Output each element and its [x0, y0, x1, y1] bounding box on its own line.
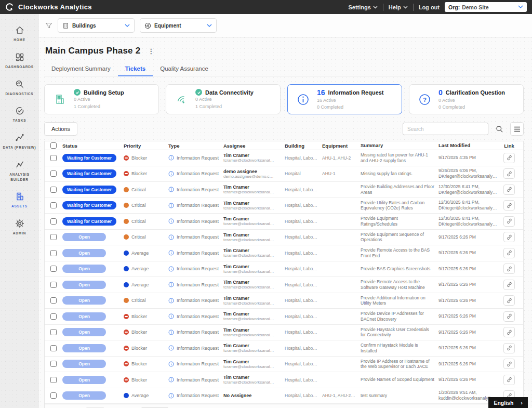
- column-header-status[interactable]: Status: [60, 143, 122, 149]
- row-checkbox[interactable]: [50, 218, 57, 225]
- sidebar-item-assets[interactable]: ASSETS: [0, 187, 39, 214]
- table-row[interactable]: Open Critical Information Request Tim Cr…: [45, 293, 523, 309]
- row-checkbox[interactable]: [50, 234, 57, 240]
- tab-quality-assurance[interactable]: Quality Assurance: [153, 62, 216, 76]
- link-button[interactable]: [503, 343, 515, 353]
- top-bar: Clockworks Analytics Settings Help Log o…: [0, 0, 532, 14]
- logout-button[interactable]: Log out: [419, 4, 440, 10]
- row-checkbox[interactable]: [50, 361, 57, 367]
- link-button[interactable]: [503, 375, 515, 385]
- table-row[interactable]: Open Average Information Request Tim Cra…: [45, 245, 523, 261]
- assignee-email: tcramer@clockworksanal…: [223, 253, 281, 258]
- link-button[interactable]: [503, 327, 515, 337]
- column-header-assignee[interactable]: Assignee: [221, 143, 283, 149]
- row-checkbox[interactable]: [50, 202, 57, 208]
- column-header-building[interactable]: Building: [283, 143, 320, 149]
- row-checkbox[interactable]: [50, 313, 57, 320]
- row-checkbox[interactable]: [50, 266, 57, 272]
- link-button[interactable]: [503, 168, 515, 179]
- language-selector[interactable]: English ›: [488, 397, 528, 408]
- sidebar-item-tasks[interactable]: TASKS: [0, 101, 39, 128]
- table-row[interactable]: Open Blocker Information Request Tim Cra…: [45, 357, 523, 373]
- buildings-filter[interactable]: Buildings: [58, 18, 135, 33]
- link-button[interactable]: [503, 185, 515, 195]
- select-all-checkbox[interactable]: [50, 142, 57, 149]
- table-row[interactable]: Waiting for Customer Critical Informatio…: [45, 182, 523, 198]
- row-checkbox[interactable]: [50, 170, 57, 177]
- table-row[interactable]: Open Blocker Information Request Tim Cra…: [45, 340, 523, 357]
- sidebar-item-data-preview[interactable]: DATA (PREVIEW): [0, 128, 39, 155]
- help-menu[interactable]: Help: [389, 4, 408, 10]
- link-button[interactable]: [503, 200, 515, 210]
- sidebar-item-admin[interactable]: ADMIN: [0, 214, 39, 241]
- link-button[interactable]: [503, 311, 515, 322]
- kebab-menu-icon[interactable]: ⋮: [145, 47, 156, 55]
- table-row[interactable]: Waiting for Customer Blocker Information…: [45, 150, 523, 166]
- card-title: Building Setup: [84, 89, 124, 96]
- link-button[interactable]: [503, 359, 515, 369]
- check-badge-icon: [74, 89, 81, 96]
- link-button[interactable]: [503, 216, 515, 227]
- link-button[interactable]: [503, 153, 515, 163]
- row-checkbox[interactable]: [50, 345, 57, 351]
- card-information-request[interactable]: 16 Information Request 16 Active 0 Compl…: [287, 84, 402, 114]
- search-button[interactable]: [493, 122, 506, 136]
- sidebar-item-home[interactable]: HOME: [0, 20, 39, 47]
- link-button[interactable]: [503, 264, 515, 274]
- column-header-last-modified[interactable]: Last Modified: [436, 142, 499, 149]
- column-menu-button[interactable]: [510, 122, 524, 136]
- link-button[interactable]: [503, 248, 515, 258]
- card-building-setup[interactable]: Building Setup 0 Active 1 Completed: [44, 84, 159, 114]
- table-row[interactable]: Open Critical Information Request Tim Cr…: [45, 230, 523, 246]
- sidebar-item-diagnostics[interactable]: DIAGNOSTICS: [0, 74, 39, 101]
- tab-tickets[interactable]: Tickets: [118, 62, 153, 76]
- sidebar-item-dashboards[interactable]: DASHBOARDS: [0, 47, 39, 74]
- table-row[interactable]: Open Average Information Request Tim Cra…: [45, 277, 523, 293]
- link-button[interactable]: [503, 232, 515, 242]
- status-badge: Open: [62, 281, 106, 289]
- sidebar: HOME DASHBOARDS DIAGNOSTICS TASKS DATA (…: [0, 14, 39, 408]
- card-clarification-question[interactable]: ? 0 Clarification Question 0 Active 0 Co…: [409, 84, 524, 114]
- org-select[interactable]: Org: Demo Site: [445, 2, 527, 12]
- column-header-link[interactable]: Link: [499, 143, 520, 149]
- row-checkbox[interactable]: [50, 392, 57, 399]
- summary-cell: Provide Equipment Ratings/Schedules: [358, 216, 436, 227]
- table-row[interactable]: Open Blocker Information Request Tim Cra…: [45, 309, 523, 325]
- column-header-equipment[interactable]: Equipment: [320, 143, 358, 149]
- summary-cell: Provide BAS Graphics Screenshots: [358, 266, 436, 272]
- row-checkbox[interactable]: [50, 250, 57, 256]
- table-row[interactable]: Waiting for Customer Critical Informatio…: [45, 214, 523, 230]
- table-row[interactable]: Open Average Information Request Tim Cra…: [45, 261, 523, 278]
- row-checkbox[interactable]: [50, 377, 57, 383]
- tab-deployment-summary[interactable]: Deployment Summary: [44, 62, 118, 76]
- priority-icon: [124, 251, 129, 256]
- row-checkbox[interactable]: [50, 187, 57, 193]
- row-checkbox[interactable]: [50, 329, 57, 335]
- table-row[interactable]: Open Blocker Information Request Tim Cra…: [45, 372, 523, 388]
- link-button[interactable]: [503, 295, 515, 306]
- summary-cell: Provide Haystack User Credentials for Co…: [358, 327, 436, 338]
- type-label: Information Request: [177, 219, 219, 224]
- column-header-type[interactable]: Type: [166, 143, 221, 149]
- link-button[interactable]: [503, 280, 515, 290]
- column-header-summary[interactable]: Summary: [358, 142, 436, 149]
- actions-button[interactable]: Actions: [44, 122, 77, 136]
- row-checkbox[interactable]: [50, 297, 57, 304]
- search-input[interactable]: [403, 123, 488, 135]
- equipment-cell: AHU-1, AHU-2: [320, 155, 358, 161]
- sidebar-item-analysis-builder[interactable]: ANALYSIS BUILDER: [0, 155, 39, 187]
- equipment-filter[interactable]: Equipment: [140, 18, 217, 33]
- card-count: 16: [317, 88, 325, 97]
- row-checkbox[interactable]: [50, 155, 57, 161]
- table-row[interactable]: Open Blocker Information Request Tim Cra…: [45, 325, 523, 341]
- building-cell: Hospital, Labora…: [283, 187, 320, 192]
- analysis-icon: [15, 160, 25, 170]
- column-header-priority[interactable]: Priority: [122, 143, 166, 149]
- card-data-connectivity[interactable]: Data Connectivity 0 Active 1 Completed: [166, 84, 281, 114]
- table-row[interactable]: Open Average Information Request No Assi…: [45, 388, 523, 404]
- table-row[interactable]: Waiting for Customer Critical Informatio…: [45, 198, 523, 214]
- table-row[interactable]: Waiting for Customer Blocker Information…: [45, 166, 523, 182]
- row-checkbox[interactable]: [50, 282, 57, 288]
- priority-label: Critical: [131, 203, 146, 208]
- settings-menu[interactable]: Settings: [348, 4, 377, 10]
